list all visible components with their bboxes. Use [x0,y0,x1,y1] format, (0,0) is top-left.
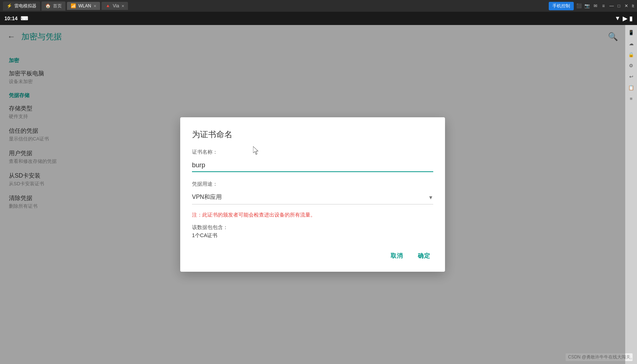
tab-via-close[interactable]: ✕ [121,4,124,8]
app-name: 雷电模拟器 [14,3,36,9]
warning-text: 注：此证书的颁发者可能会检查进出设备的所有流量。 [192,212,433,218]
app-tab[interactable]: ⚡ 雷电模拟器 [3,1,40,11]
wlan-icon: 📶 [71,3,76,8]
message-btn[interactable]: ✉ [593,3,598,8]
dialog-overlay: 为证书命名 证书名称： 凭据用途： VPN和应用 ▼ 注：此证书的颁发者可能会检… [0,25,625,364]
tab-via-label: Via [113,3,119,8]
keyboard-icon: ⌨ [21,15,28,21]
wifi-icon: ▼ [615,15,620,22]
tab-home-label: 首页 [53,3,62,9]
sidebar-icon-3[interactable]: 🔒 [627,50,636,59]
sidebar-icon-1[interactable]: 📱 [627,28,636,37]
camera-btn[interactable]: 📷 [585,3,590,8]
title-bar-right: 手机控制 ⬛ 📷 ✉ ≡ — □ ✕ It [549,2,634,10]
via-icon: 🔺 [105,3,111,8]
time-display: 10:14 [4,15,18,21]
tab-wlan-close[interactable]: ✕ [93,4,96,8]
name-certificate-dialog: 为证书命名 证书名称： 凭据用途： VPN和应用 ▼ 注：此证书的颁发者可能会检… [180,117,445,272]
sidebar-icon-7[interactable]: ≡ [627,94,636,103]
tab-wlan[interactable]: 📶 WLAN ✕ [67,2,100,10]
cert-name-label: 证书名称： [192,149,433,156]
main-area: ← 加密与凭据 🔍 加密 加密平板电脑 设备未加密 凭据存储 存储类型 硬件支持… [0,25,637,364]
tab-home[interactable]: 🏠 首页 [42,1,65,11]
data-package-value: 1个CA证书 [192,232,433,239]
confirm-button[interactable]: 确定 [415,251,433,261]
title-bar: ⚡ 雷电模拟器 🏠 首页 📶 WLAN ✕ 🔺 Via ✕ 手机控制 ⬛ 📷 ✉… [0,0,637,12]
status-bar: 10:14 ⌨ ▼ ▶ ▮ [0,12,637,25]
home-icon: 🏠 [45,3,51,8]
signal-icon: ▶ [623,15,627,22]
cert-name-input[interactable] [192,159,433,172]
screenshot-btn[interactable]: ⬛ [577,3,582,8]
credential-use-dropdown[interactable]: VPN和应用 ▼ [192,190,433,204]
sidebar-icon-5[interactable]: ↩ [627,72,636,81]
sidebar-icon-6[interactable]: 📋 [627,83,636,92]
tab-wlan-label: WLAN [78,3,91,8]
data-package-label: 该数据包包含： [192,224,433,231]
tab-via[interactable]: 🔺 Via ✕ [102,2,128,10]
dialog-title: 为证书命名 [192,129,433,140]
credential-use-label: 凭据用途： [192,181,433,188]
window-controls: — □ ✕ [609,3,629,8]
sidebar-icon-4[interactable]: ⚙ [627,61,636,70]
battery-icon: ▮ [629,15,633,22]
dropdown-arrow-icon: ▼ [428,195,433,200]
settings-background: ← 加密与凭据 🔍 加密 加密平板电脑 设备未加密 凭据存储 存储类型 硬件支持… [0,25,625,364]
app-icon: ⚡ [7,3,12,8]
maximize-btn[interactable]: □ [616,3,622,8]
it-text: It [632,4,634,8]
right-sidebar: 📱 ☁ 🔒 ⚙ ↩ 📋 ≡ It [625,25,637,364]
cancel-button[interactable]: 取消 [388,251,406,261]
close-btn[interactable]: ✕ [624,3,629,8]
status-bar-right: ▼ ▶ ▮ [615,15,633,22]
dialog-actions: 取消 确定 [192,251,433,261]
sidebar-icon-2[interactable]: ☁ [627,39,636,48]
phone-control-btn[interactable]: 手机控制 [549,2,574,10]
credential-use-value: VPN和应用 [192,193,222,201]
minimize-btn[interactable]: — [609,3,614,8]
menu-btn[interactable]: ≡ [601,3,606,8]
